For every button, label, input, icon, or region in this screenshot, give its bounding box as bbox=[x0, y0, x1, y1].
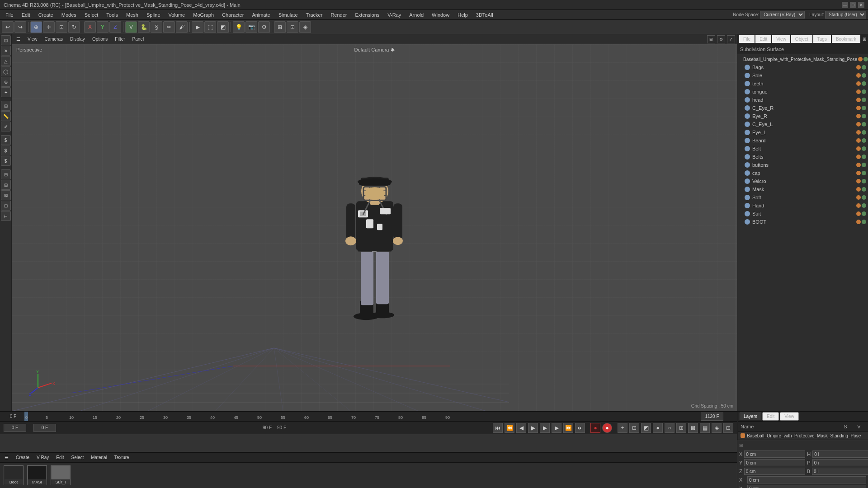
rptab-view[interactable]: View bbox=[772, 35, 790, 43]
viewport-menu-display[interactable]: Display bbox=[67, 36, 88, 42]
viewport-menu-panel[interactable]: Panel bbox=[130, 36, 147, 42]
pb-go-end[interactable]: ⏭ bbox=[575, 423, 585, 433]
tb-scale[interactable]: ⊡ bbox=[56, 21, 67, 33]
menu-tools[interactable]: Tools bbox=[103, 11, 122, 19]
pb-prev-key[interactable]: ⏪ bbox=[505, 423, 514, 433]
rptab-edit[interactable]: Edit bbox=[755, 35, 771, 43]
lp-mat1[interactable]: $ bbox=[1, 135, 11, 145]
pb-extra10[interactable]: ⊡ bbox=[723, 423, 733, 433]
tree-item-belts[interactable]: Belts bbox=[737, 153, 868, 161]
tree-item-buttons[interactable]: buttons bbox=[737, 161, 868, 169]
tree-item-sole[interactable]: Sole bbox=[737, 71, 868, 80]
rptab-file[interactable]: File bbox=[739, 35, 755, 43]
tb-lights[interactable]: 💡 bbox=[233, 21, 245, 33]
menu-animate[interactable]: Animate bbox=[248, 11, 274, 19]
props-y-input[interactable] bbox=[744, 459, 805, 466]
rptab-bookmark[interactable]: Bookmark bbox=[832, 35, 860, 43]
mat-edit[interactable]: Edit bbox=[53, 455, 66, 460]
pb-extra6[interactable]: ⊞ bbox=[676, 423, 686, 433]
tb-rotate[interactable]: ↻ bbox=[68, 21, 80, 33]
layers-item-main[interactable]: Baseball_Umpire_with_Protective_Mask_Sta… bbox=[738, 432, 868, 440]
tb-vray[interactable]: V bbox=[125, 21, 137, 33]
mat-material[interactable]: Material bbox=[88, 455, 110, 460]
lp-pen[interactable]: ✐ bbox=[1, 122, 11, 131]
lp-mode2[interactable]: ✕ bbox=[1, 46, 11, 56]
node-space-select[interactable]: Current (V-Ray) bbox=[760, 11, 805, 19]
tree-item-ceye-r[interactable]: C_Eye_R bbox=[737, 104, 868, 112]
menu-simulate[interactable]: Simulate bbox=[275, 11, 302, 19]
layers-tab-edit[interactable]: Edit bbox=[762, 412, 779, 421]
props-y2-input[interactable] bbox=[747, 485, 866, 488]
pb-extra7[interactable]: ⊠ bbox=[688, 423, 698, 433]
tb-script[interactable]: § bbox=[151, 21, 162, 33]
menu-vray[interactable]: V-Ray bbox=[384, 11, 405, 19]
tb-viewport-render[interactable]: ◩ bbox=[217, 21, 229, 33]
props-x-input[interactable] bbox=[744, 450, 805, 458]
lp-measure[interactable]: 📏 bbox=[1, 111, 11, 121]
menu-file[interactable]: File bbox=[2, 11, 17, 19]
viewport-settings[interactable]: ⚙ bbox=[717, 35, 725, 43]
viewport-menu-options[interactable]: Options bbox=[90, 36, 110, 42]
tb-z-axis[interactable]: Z bbox=[109, 21, 121, 33]
layers-tab-view[interactable]: View bbox=[780, 412, 799, 421]
tree-item-eye-l[interactable]: Eye_L bbox=[737, 128, 868, 136]
pb-extra3[interactable]: ◩ bbox=[641, 423, 651, 433]
tree-item-soft[interactable]: Soft bbox=[737, 193, 868, 202]
tree-item-tongue[interactable]: tongue bbox=[737, 88, 868, 96]
viewport-fullscreen[interactable]: ⤢ bbox=[727, 35, 735, 43]
pb-prev-frame[interactable]: ◀ bbox=[516, 423, 526, 433]
menu-mesh[interactable]: Mesh bbox=[123, 11, 142, 19]
maximize-button[interactable]: □ bbox=[850, 2, 856, 8]
close-button[interactable]: ✕ bbox=[858, 2, 864, 8]
mat-boot[interactable]: Boot bbox=[4, 465, 24, 485]
lp-extra4[interactable]: ⊡ bbox=[1, 201, 11, 211]
viewport-menu-view[interactable]: View bbox=[25, 36, 40, 42]
rp-icon1[interactable]: ⊞ bbox=[862, 35, 867, 43]
mat-suit[interactable]: Suit_I bbox=[51, 465, 71, 485]
pb-extra4[interactable]: ● bbox=[653, 423, 663, 433]
viewport-menu-filter[interactable]: Filter bbox=[112, 36, 127, 42]
props-x2-input[interactable] bbox=[747, 476, 866, 483]
lp-mode6[interactable]: ✦ bbox=[1, 87, 11, 97]
tb-render-region[interactable]: ⬚ bbox=[204, 21, 216, 33]
mat-toggle[interactable]: ☰ bbox=[2, 455, 11, 460]
menu-window[interactable]: Window bbox=[428, 11, 453, 19]
props-h-input[interactable] bbox=[812, 450, 868, 458]
lp-mode4[interactable]: ◯ bbox=[1, 66, 11, 76]
pb-next-key[interactable]: ⏩ bbox=[563, 423, 573, 433]
mat-vray[interactable]: V-Ray bbox=[34, 455, 52, 460]
pb-play-alt[interactable]: ▶ bbox=[540, 423, 550, 433]
menu-character[interactable]: Character bbox=[218, 11, 247, 19]
menu-render[interactable]: Render bbox=[327, 11, 350, 19]
pb-go-start[interactable]: ⏮ bbox=[493, 423, 503, 433]
lp-snap[interactable]: ⊞ bbox=[1, 101, 11, 111]
rptab-tags[interactable]: Tags bbox=[813, 35, 831, 43]
mat-create[interactable]: Create bbox=[13, 455, 32, 460]
tree-item-bags[interactable]: Bags bbox=[737, 63, 868, 71]
tb-render[interactable]: ▶ bbox=[192, 21, 203, 33]
menu-mograph[interactable]: MoGraph bbox=[189, 11, 217, 19]
current-frame-input[interactable] bbox=[4, 424, 26, 432]
mat-texture[interactable]: Texture bbox=[112, 455, 132, 460]
tree-item-suit[interactable]: Suit bbox=[737, 210, 868, 218]
tb-undo[interactable]: ↩ bbox=[2, 21, 14, 33]
props-z-input[interactable] bbox=[744, 468, 805, 475]
pb-play[interactable]: ▶ bbox=[528, 423, 538, 433]
pb-next-frame[interactable]: ▶ bbox=[552, 423, 561, 433]
menu-volume[interactable]: Volume bbox=[165, 11, 189, 19]
lp-extra2[interactable]: ⊞ bbox=[1, 180, 11, 190]
mat-select[interactable]: Select bbox=[68, 455, 86, 460]
props-b-input[interactable] bbox=[812, 468, 868, 475]
viewport-menu-toggle[interactable]: ☰ bbox=[14, 36, 23, 42]
frame-offset-input[interactable] bbox=[33, 424, 56, 432]
pb-record-toggle[interactable]: ● bbox=[590, 423, 600, 433]
lp-extra3[interactable]: ⊠ bbox=[1, 190, 11, 200]
tree-item-mask[interactable]: Mask bbox=[737, 185, 868, 193]
rptab-object[interactable]: Object bbox=[791, 35, 812, 43]
tb-grid[interactable]: ⊞ bbox=[274, 21, 286, 33]
pb-extra9[interactable]: ◈ bbox=[712, 423, 722, 433]
lp-mode5[interactable]: ⊕ bbox=[1, 77, 11, 87]
tb-extra1[interactable]: ◈ bbox=[299, 21, 311, 33]
tb-brush[interactable]: ✏ bbox=[163, 21, 175, 33]
tb-camera[interactable]: 📷 bbox=[245, 21, 257, 33]
